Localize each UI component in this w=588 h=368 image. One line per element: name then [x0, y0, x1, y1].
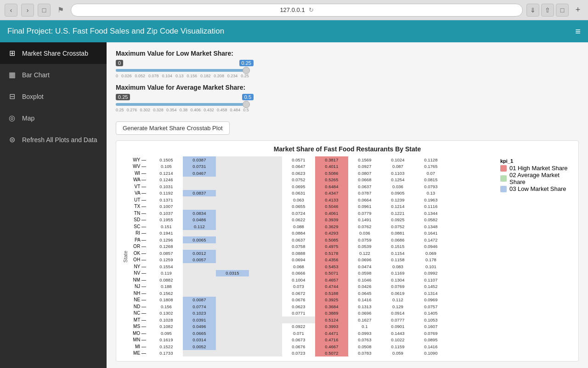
table-cell: 0.0474 — [348, 263, 381, 270]
state-label-ny: NY — — [133, 263, 147, 270]
table-cell: 0.0686 — [381, 236, 414, 243]
sidebar-item-map[interactable]: ◎ Map — [0, 107, 107, 129]
table-cell — [249, 156, 282, 163]
table-cell: 0.071 — [282, 330, 315, 337]
table-cell: 0.0087 — [183, 297, 216, 304]
download-button[interactable]: ⇓ — [526, 4, 539, 17]
table-cell: 0.4293 — [315, 230, 348, 237]
state-label-nh: NH — — [133, 290, 147, 297]
url-bar[interactable]: 127.0.0.1 ↻ — [71, 4, 523, 17]
table-cell: 0.0834 — [183, 210, 216, 217]
avg-market-share-slider-track[interactable] — [116, 103, 249, 106]
state-label-ok: OK — — [133, 250, 147, 257]
table-row: 0.15620.06720.51880.06450.06190.1314 — [150, 290, 447, 297]
legend-container: kpi_1 01 High Market Share 02 Average Ma… — [500, 156, 574, 356]
table-cell: 0.129 — [381, 303, 414, 310]
new-tab-button[interactable]: + — [572, 5, 583, 16]
table-cell: 0.1 — [348, 323, 381, 330]
table-cell: 0.0387 — [183, 156, 216, 163]
table-cell: 0.1082 — [150, 323, 183, 330]
fullscreen-button[interactable]: □ — [556, 4, 569, 17]
table-cell — [249, 283, 282, 290]
y-axis-label: State — [123, 251, 128, 263]
table-cell: 0.0668 — [348, 177, 381, 184]
table-cell: 0.063 — [282, 196, 315, 203]
table-cell: 0.1733 — [150, 350, 183, 357]
table-cell: 0.1192 — [150, 190, 183, 197]
table-cell: 0.1955 — [150, 217, 183, 224]
table-cell: 0.1443 — [381, 330, 414, 337]
low-market-share-slider-track[interactable] — [116, 69, 249, 72]
table-cell — [249, 217, 282, 224]
table-cell — [183, 177, 216, 184]
table-cell: 0.1023 — [183, 310, 216, 317]
table-cell: 0.0888 — [282, 250, 315, 257]
avg-market-share-slider-thumb[interactable] — [243, 101, 250, 108]
table-cell — [249, 290, 282, 297]
table-cell: 0.3629 — [315, 223, 348, 230]
share-button[interactable]: ⇧ — [541, 4, 554, 17]
generate-crosstab-button[interactable]: Generate Market Share Crosstab Plot — [116, 121, 230, 135]
browser-actions: ⇓ ⇧ □ — [526, 4, 569, 17]
table-cell — [282, 316, 315, 323]
refresh-icon[interactable]: ↻ — [309, 6, 314, 13]
state-label-or: OR — — [133, 243, 147, 250]
table-cell — [249, 243, 282, 250]
avg-market-share-ticks: 0.250.2760.3020.3280.3540.380.4060.4320.… — [116, 108, 249, 112]
table-cell — [183, 276, 216, 283]
table-cell: 0.1246 — [150, 177, 183, 184]
table-cell — [216, 290, 249, 297]
table-cell: 0.1302 — [150, 310, 183, 317]
tab-button[interactable]: □ — [38, 4, 51, 17]
avg-max-badge: 0.5 — [242, 94, 254, 100]
table-row: 0.12140.04670.06230.50860.08070.11030.07 — [150, 170, 447, 177]
back-button[interactable]: ‹ — [5, 4, 17, 17]
table-cell: 0.4347 — [315, 190, 348, 197]
table-cell: 0.1505 — [150, 156, 183, 163]
table-cell: 0.4133 — [315, 196, 348, 203]
table-cell: 0.0723 — [282, 350, 315, 357]
table-cell — [183, 263, 216, 270]
low-market-share-slider-thumb[interactable] — [243, 67, 250, 74]
table-cell: 0.0777 — [381, 316, 414, 323]
table-cell: 0.0673 — [282, 337, 315, 344]
table-cell: 0.4011 — [315, 163, 348, 170]
crosstab-data-grid: 0.15050.03870.05710.38170.15690.10240.11… — [150, 156, 498, 356]
table-cell — [216, 223, 249, 230]
avg-market-share-swatch — [500, 175, 507, 182]
state-label-me: ME — — [133, 350, 147, 357]
table-cell: 0.105 — [150, 163, 183, 170]
table-cell: 0.068 — [282, 263, 315, 270]
sidebar-item-refresh[interactable]: ⊜ Refresh All Plots and Data — [0, 129, 107, 150]
hamburger-icon[interactable]: ≡ — [575, 26, 581, 37]
table-cell — [249, 337, 282, 344]
table-cell: 0.4744 — [315, 283, 348, 290]
table-cell — [216, 263, 249, 270]
table-cell: 0.0769 — [381, 283, 414, 290]
table-cell: 0.178 — [414, 257, 447, 264]
table-cell: 0.112 — [183, 223, 216, 230]
boxplot-icon: ⊟ — [7, 92, 17, 101]
table-cell: 0.0762 — [348, 223, 381, 230]
table-cell — [216, 190, 249, 197]
table-cell — [216, 297, 249, 304]
table-cell: 0.0623 — [282, 303, 315, 310]
state-label-wi: WI — — [133, 170, 147, 177]
table-cell — [216, 177, 249, 184]
table-cell: 0.0637 — [282, 236, 315, 243]
table-cell: 0.1022 — [381, 337, 414, 344]
table-cell — [249, 343, 282, 350]
sidebar-item-market-share-crosstab[interactable]: ⊞ Market Share Crosstab — [0, 42, 107, 64]
table-cell: 0.0665 — [183, 330, 216, 337]
table-cell: 0.1619 — [150, 337, 183, 344]
browser-chrome: ‹ › □ ⚑ 127.0.0.1 ↻ ⇓ ⇧ □ + — [0, 0, 588, 20]
sidebar-item-bar-chart[interactable]: ▦ Bar Chart — [0, 64, 107, 86]
sidebar-item-boxplot[interactable]: ⊟ Boxplot — [0, 86, 107, 107]
forward-button[interactable]: › — [21, 4, 34, 17]
table-cell: 0.0391 — [183, 316, 216, 323]
table-cell — [249, 276, 282, 283]
table-row: 0.15540.0680.54530.04740.0830.101 — [150, 263, 447, 270]
table-row: 0.11920.08370.06310.43470.07870.09050.13 — [150, 190, 447, 197]
table-cell — [249, 323, 282, 330]
table-cell: 0.1607 — [414, 323, 447, 330]
